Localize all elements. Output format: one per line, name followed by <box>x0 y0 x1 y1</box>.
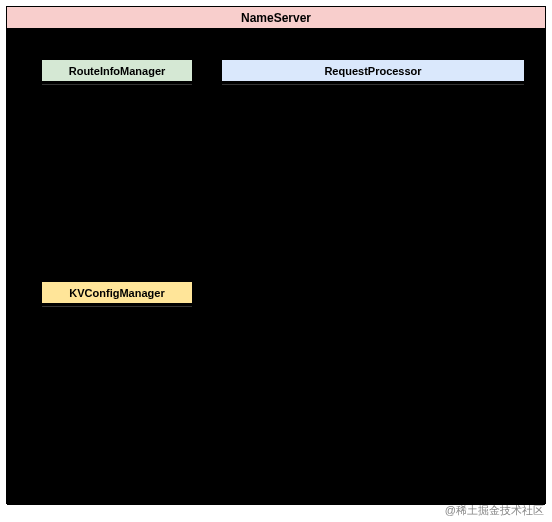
requestprocessor-title: RequestProcessor <box>222 60 524 82</box>
nameserver-title: NameServer <box>7 7 545 29</box>
routeinfomanager-body <box>42 85 192 245</box>
requestprocessor-box: RequestProcessor <box>221 59 525 483</box>
kvconfigmanager-title: KVConfigManager <box>42 282 192 304</box>
requestprocessor-body <box>222 85 524 483</box>
kvconfigmanager-body <box>42 307 192 337</box>
nameserver-body: RouteInfoManager KVConfigManager Request… <box>7 29 545 505</box>
routeinfomanager-title: RouteInfoManager <box>42 60 192 82</box>
nameserver-container: NameServer RouteInfoManager KVConfigMana… <box>6 6 546 504</box>
routeinfomanager-box: RouteInfoManager <box>41 59 193 245</box>
watermark-text: @稀土掘金技术社区 <box>445 503 544 518</box>
kvconfigmanager-box: KVConfigManager <box>41 281 193 337</box>
